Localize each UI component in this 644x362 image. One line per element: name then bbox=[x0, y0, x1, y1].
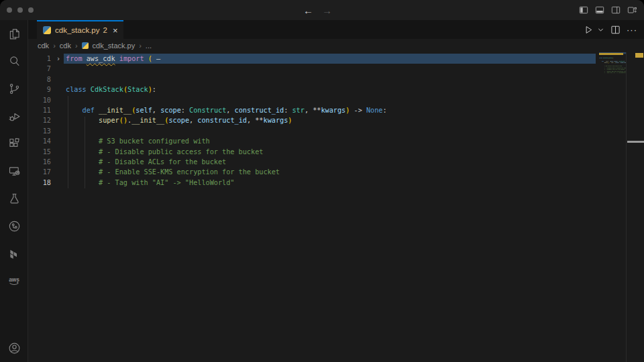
fold-gutter bbox=[51, 84, 66, 95]
fold-gutter bbox=[51, 115, 66, 125]
line-number[interactable]: 14 bbox=[28, 136, 51, 146]
minimize-window-button[interactable] bbox=[17, 7, 23, 13]
code-line[interactable]: 13 bbox=[28, 126, 644, 136]
line-number[interactable]: 1 bbox=[28, 54, 51, 64]
run-and-debug-icon[interactable] bbox=[0, 103, 28, 130]
run-python-file-icon[interactable] bbox=[584, 25, 594, 35]
fold-gutter bbox=[51, 157, 66, 167]
code-line[interactable]: 10 bbox=[28, 95, 644, 105]
toggle-sidebar-icon[interactable] bbox=[578, 5, 589, 15]
code-line[interactable]: 7 bbox=[28, 64, 644, 74]
code-line[interactable]: 8 bbox=[28, 74, 644, 84]
python-file-icon bbox=[82, 42, 89, 49]
code-text: # S3 bucket configured with bbox=[66, 136, 210, 146]
fold-gutter bbox=[51, 167, 66, 177]
chevron-right-icon: › bbox=[139, 42, 142, 50]
navigate-forward-button[interactable]: → bbox=[322, 5, 332, 16]
account-icon[interactable] bbox=[0, 335, 28, 361]
code-text: # - Tag with "AI" -> "HelloWorld" bbox=[66, 178, 234, 188]
code-line[interactable]: 14 # S3 bucket configured with bbox=[28, 136, 644, 146]
code-line[interactable]: 16 # - Disable ACLs for the bucket bbox=[28, 157, 644, 167]
extensions-icon[interactable] bbox=[0, 130, 28, 158]
code-lines[interactable]: 1›from aws_cdk import ( –789class CdkSta… bbox=[28, 54, 644, 188]
code-editor[interactable]: 1›from aws_cdk import ( –789class CdkSta… bbox=[28, 52, 644, 362]
fold-gutter bbox=[51, 136, 66, 146]
code-text: # - Enable SSE-KMS encryption for the bu… bbox=[66, 167, 280, 177]
code-line[interactable]: 18 # - Tag with "AI" -> "HelloWorld" bbox=[599, 72, 626, 74]
line-number[interactable]: 7 bbox=[28, 64, 51, 74]
line-number[interactable]: 17 bbox=[28, 167, 51, 177]
more-actions-icon[interactable]: ··· bbox=[627, 25, 637, 35]
minimap-border bbox=[626, 52, 627, 362]
traffic-lights[interactable] bbox=[7, 0, 34, 20]
remote-explorer-icon[interactable] bbox=[0, 158, 28, 185]
line-number[interactable]: 8 bbox=[28, 74, 51, 84]
overview-ruler-warning-marker bbox=[635, 53, 643, 58]
code-text: # - Disable ACLs for the bucket bbox=[66, 157, 226, 167]
code-line[interactable]: 15 # - Disable public access for the buc… bbox=[28, 147, 644, 157]
code-line[interactable]: 9class CdkStack(Stack): bbox=[28, 84, 644, 95]
code-text: # - Disable public access for the bucket bbox=[66, 147, 263, 157]
explorer-icon[interactable] bbox=[0, 20, 28, 48]
fold-gutter bbox=[51, 95, 66, 105]
tab-label: cdk_stack.py bbox=[55, 26, 99, 34]
terraform-icon[interactable] bbox=[0, 240, 28, 267]
fold-gutter bbox=[51, 74, 66, 84]
toggle-panel-icon[interactable] bbox=[594, 5, 605, 15]
breadcrumb-item-cdk-2[interactable]: cdk bbox=[60, 42, 71, 50]
tab-badge: 2 bbox=[103, 26, 107, 34]
code-line[interactable]: 18 # - Tag with "AI" -> "HelloWorld" bbox=[28, 178, 644, 188]
breadcrumb-item-symbol[interactable]: ... bbox=[146, 42, 152, 50]
line-number[interactable]: 11 bbox=[28, 105, 51, 115]
vscode-window: ← → bbox=[0, 0, 644, 362]
run-options-chevron-icon[interactable] bbox=[597, 26, 604, 34]
line-number[interactable]: 16 bbox=[28, 157, 51, 167]
code-lines[interactable]: 1›from aws_cdk import ( –789class CdkSta… bbox=[599, 52, 626, 74]
editor-region: cdk_stack.py 2 × ··· cdk › cdk bbox=[28, 20, 644, 362]
code-text: from aws_cdk import ( – bbox=[66, 54, 160, 64]
fold-gutter bbox=[51, 64, 66, 74]
breadcrumb-item-cdk[interactable]: cdk bbox=[38, 42, 49, 50]
aws-icon[interactable]: aws bbox=[0, 267, 28, 295]
svg-text:aws: aws bbox=[9, 276, 19, 283]
navigate-back-button[interactable]: ← bbox=[303, 5, 313, 16]
code-line[interactable]: 11 def __init__(self, scope: Construct, … bbox=[28, 105, 644, 115]
line-number[interactable]: 15 bbox=[28, 147, 51, 157]
python-file-icon bbox=[43, 26, 51, 34]
tab-cdk-stack-py[interactable]: cdk_stack.py 2 × bbox=[37, 20, 123, 39]
line-number[interactable]: 10 bbox=[28, 95, 51, 105]
zoom-window-button[interactable] bbox=[28, 7, 34, 13]
breadcrumb-item-file[interactable]: cdk_stack.py bbox=[93, 42, 136, 50]
fold-gutter bbox=[51, 105, 66, 115]
code-line[interactable]: 1›from aws_cdk import ( – bbox=[28, 54, 644, 64]
line-number[interactable]: 9 bbox=[28, 84, 51, 95]
source-control-icon[interactable] bbox=[0, 75, 28, 103]
overview-ruler-cursor-marker bbox=[627, 141, 644, 143]
search-icon[interactable] bbox=[0, 48, 28, 75]
minimap-warning-marker bbox=[599, 53, 623, 55]
fold-gutter bbox=[51, 126, 66, 136]
code-text: # - Tag with "AI" -> "HelloWorld" bbox=[599, 72, 626, 74]
code-text: def __init__(self, scope: Construct, con… bbox=[66, 105, 387, 115]
line-number[interactable]: 18 bbox=[28, 178, 51, 188]
chevron-right-icon: › bbox=[53, 42, 56, 50]
line-number[interactable]: 13 bbox=[28, 126, 51, 136]
line-number[interactable]: 12 bbox=[28, 115, 51, 125]
code-line[interactable]: 17 # - Enable SSE-KMS encryption for the… bbox=[28, 167, 644, 177]
toggle-secondary-sidebar-icon[interactable] bbox=[610, 5, 621, 15]
code-line[interactable]: 12 super().__init__(scope, construct_id,… bbox=[28, 115, 644, 125]
tab-close-icon[interactable]: × bbox=[113, 26, 118, 35]
code-text: super().__init__(scope, construct_id, **… bbox=[66, 115, 292, 125]
titlebar: ← → bbox=[0, 0, 644, 20]
customize-layout-icon[interactable] bbox=[627, 5, 637, 15]
git-graph-icon[interactable] bbox=[0, 213, 28, 240]
minimap[interactable]: 1›from aws_cdk import ( –789class CdkSta… bbox=[599, 52, 626, 213]
close-window-button[interactable] bbox=[7, 7, 12, 13]
fold-gutter bbox=[51, 147, 66, 157]
code-text: class CdkStack(Stack): bbox=[66, 84, 156, 95]
breadcrumb: cdk › cdk › cdk_stack.py › ... bbox=[28, 39, 644, 52]
split-editor-icon[interactable] bbox=[610, 25, 621, 35]
fold-gutter bbox=[51, 178, 66, 188]
testing-icon[interactable] bbox=[0, 185, 28, 213]
tab-bar: cdk_stack.py 2 × ··· bbox=[28, 20, 644, 39]
